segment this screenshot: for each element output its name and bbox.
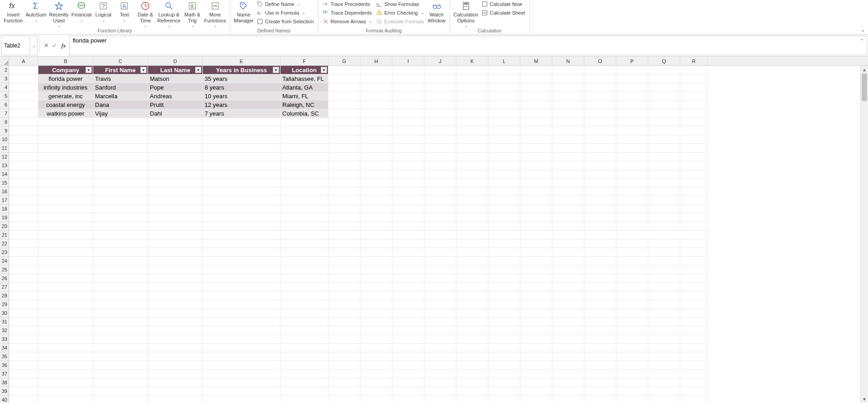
cell[interactable] xyxy=(520,144,552,153)
cell[interactable] xyxy=(456,300,488,309)
row-header[interactable]: 26 xyxy=(0,274,9,283)
cell[interactable] xyxy=(648,161,680,170)
cell[interactable] xyxy=(392,109,424,118)
cell[interactable] xyxy=(584,257,616,265)
cell[interactable] xyxy=(203,283,281,292)
cell[interactable] xyxy=(488,109,520,118)
cell[interactable] xyxy=(520,74,552,83)
row-header[interactable]: 32 xyxy=(0,326,9,335)
cell[interactable]: 35 years xyxy=(203,74,281,83)
cell[interactable]: Company▾ xyxy=(38,66,93,74)
cell[interactable] xyxy=(328,161,360,170)
cell[interactable] xyxy=(392,213,424,222)
cell[interactable] xyxy=(9,205,38,213)
cell[interactable] xyxy=(328,83,360,92)
cell[interactable] xyxy=(648,265,680,274)
cell[interactable] xyxy=(93,361,148,370)
cell[interactable] xyxy=(616,83,648,92)
cell[interactable]: Columbia, SC xyxy=(281,109,328,118)
cell[interactable] xyxy=(9,248,38,257)
cell[interactable] xyxy=(9,309,38,318)
cell[interactable] xyxy=(584,370,616,378)
cell[interactable] xyxy=(520,387,552,396)
cell[interactable] xyxy=(360,318,392,326)
cell[interactable] xyxy=(392,118,424,127)
row-header[interactable]: 34 xyxy=(0,344,9,352)
cell[interactable] xyxy=(281,326,328,335)
cell[interactable] xyxy=(680,292,708,300)
cell[interactable] xyxy=(9,92,38,101)
cell[interactable] xyxy=(456,387,488,396)
cell[interactable] xyxy=(9,118,38,127)
cell[interactable] xyxy=(93,239,148,248)
cell[interactable] xyxy=(616,292,648,300)
cell[interactable] xyxy=(328,361,360,370)
cell[interactable] xyxy=(488,239,520,248)
cell[interactable]: Raleigh, NC xyxy=(281,101,328,109)
cell[interactable] xyxy=(281,274,328,283)
cell[interactable] xyxy=(392,187,424,196)
cell[interactable] xyxy=(456,265,488,274)
recently-used-button[interactable]: Recently Used⌄ xyxy=(48,0,69,28)
cell[interactable] xyxy=(360,361,392,370)
cell[interactable] xyxy=(520,135,552,144)
fx-button[interactable]: fx xyxy=(58,35,69,56)
cell[interactable] xyxy=(680,352,708,361)
cell[interactable] xyxy=(520,205,552,213)
cell[interactable] xyxy=(392,326,424,335)
cell[interactable] xyxy=(424,179,456,187)
cell[interactable] xyxy=(203,309,281,318)
cell[interactable] xyxy=(648,135,680,144)
cell[interactable] xyxy=(392,101,424,109)
cell[interactable] xyxy=(360,153,392,161)
cell[interactable] xyxy=(360,248,392,257)
cell[interactable] xyxy=(148,378,203,387)
cell[interactable] xyxy=(360,326,392,335)
cell[interactable] xyxy=(488,213,520,222)
cell[interactable] xyxy=(392,179,424,187)
remove-arrows-button[interactable]: Remove Arrows⌄ xyxy=(321,17,374,26)
column-header-J[interactable]: J xyxy=(424,57,456,65)
cell[interactable] xyxy=(488,179,520,187)
cell[interactable] xyxy=(488,265,520,274)
cell[interactable] xyxy=(392,344,424,352)
cell[interactable] xyxy=(281,187,328,196)
cell[interactable] xyxy=(488,309,520,318)
filter-dropdown[interactable]: ▾ xyxy=(195,67,201,73)
cell[interactable] xyxy=(424,300,456,309)
enter-button[interactable]: ✓ xyxy=(50,35,58,56)
cell[interactable] xyxy=(281,265,328,274)
cell[interactable] xyxy=(392,170,424,179)
cell[interactable]: First Name▾ xyxy=(93,66,148,74)
cell[interactable] xyxy=(9,161,38,170)
cell[interactable] xyxy=(616,274,648,283)
row-header[interactable]: 28 xyxy=(0,292,9,300)
cell[interactable] xyxy=(360,196,392,205)
cell[interactable] xyxy=(93,257,148,265)
cell[interactable] xyxy=(328,309,360,318)
row-header[interactable]: 17 xyxy=(0,196,9,205)
cell[interactable] xyxy=(552,352,584,361)
cell[interactable] xyxy=(456,361,488,370)
cell[interactable] xyxy=(520,370,552,378)
cell[interactable] xyxy=(328,370,360,378)
cell[interactable] xyxy=(520,361,552,370)
cell[interactable] xyxy=(488,344,520,352)
cell[interactable] xyxy=(38,127,93,135)
cell[interactable] xyxy=(281,118,328,127)
cell[interactable] xyxy=(203,196,281,205)
cell[interactable] xyxy=(552,265,584,274)
cell[interactable] xyxy=(392,396,424,403)
cell[interactable] xyxy=(616,396,648,403)
cell[interactable] xyxy=(281,361,328,370)
cell[interactable] xyxy=(520,118,552,127)
scroll-down-button[interactable]: ▼ xyxy=(861,395,868,403)
cell[interactable] xyxy=(616,118,648,127)
cell[interactable] xyxy=(281,127,328,135)
cell[interactable] xyxy=(93,248,148,257)
cell[interactable] xyxy=(488,326,520,335)
cell[interactable] xyxy=(584,231,616,239)
cell[interactable] xyxy=(392,83,424,92)
cell[interactable] xyxy=(584,170,616,179)
cell[interactable] xyxy=(281,222,328,231)
